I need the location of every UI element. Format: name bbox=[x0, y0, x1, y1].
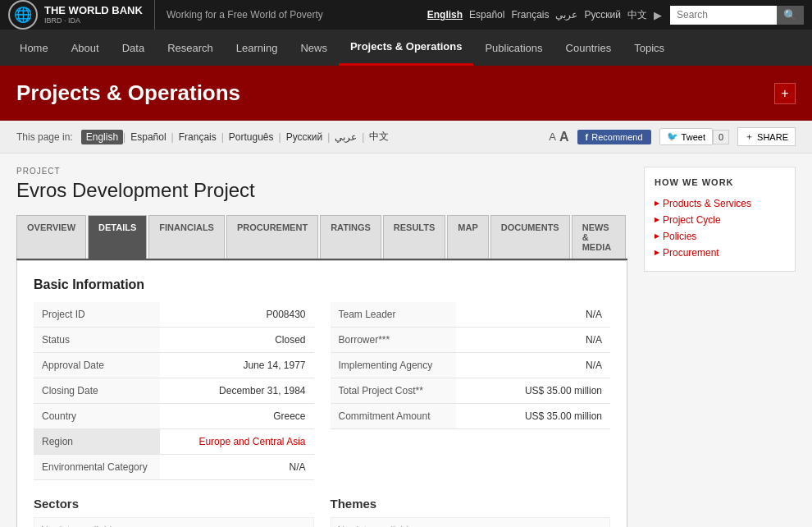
nav-data[interactable]: Data bbox=[111, 30, 156, 66]
tab-procurement[interactable]: PROCUREMENT bbox=[226, 215, 318, 259]
page-lang-english[interactable]: English bbox=[81, 130, 123, 144]
table-row: Commitment Amount US$ 35.00 million bbox=[331, 404, 611, 429]
left-data-table: Project ID P008430 Status Closed Approva… bbox=[34, 302, 314, 480]
sectors-title: Sectors bbox=[34, 497, 314, 511]
value-status: Closed bbox=[160, 328, 314, 353]
label-country: Country bbox=[34, 404, 160, 429]
project-title: Evros Development Project bbox=[16, 179, 627, 202]
tab-details[interactable]: DETAILS bbox=[88, 215, 147, 259]
table-row: Project ID P008430 bbox=[34, 302, 314, 328]
page-lang-portugues[interactable]: Português bbox=[224, 130, 279, 144]
expand-icon[interactable]: + bbox=[774, 83, 796, 104]
facebook-icon: f bbox=[586, 132, 589, 142]
tab-ratings[interactable]: RATINGS bbox=[320, 215, 381, 259]
label-total-cost: Total Project Cost** bbox=[331, 378, 457, 404]
lang-russian[interactable]: Русский bbox=[584, 9, 621, 21]
tweet-button[interactable]: 🐦 Tweet bbox=[659, 128, 713, 145]
recommend-button[interactable]: f Recommend bbox=[577, 130, 651, 144]
font-size-controls: A A bbox=[549, 130, 568, 144]
table-row: Status Closed bbox=[34, 328, 314, 353]
logo-text: THE WORLD BANK IBRD · IDA bbox=[44, 4, 143, 25]
table-row: Country Greece bbox=[34, 404, 314, 429]
basic-info-title: Basic Information bbox=[34, 277, 610, 292]
tab-results[interactable]: RESULTS bbox=[383, 215, 446, 259]
page-lang-francais[interactable]: Français bbox=[174, 130, 221, 144]
recommend-label: Recommend bbox=[591, 132, 642, 142]
page-lang-chinese[interactable]: 中文 bbox=[364, 128, 394, 145]
nav-home[interactable]: Home bbox=[8, 30, 60, 66]
sidebar-link-products[interactable]: Products & Services bbox=[655, 195, 785, 212]
value-project-id: P008430 bbox=[160, 302, 314, 328]
nav-about[interactable]: About bbox=[60, 30, 111, 66]
lang-english[interactable]: English bbox=[427, 9, 463, 21]
font-large-button[interactable]: A bbox=[559, 130, 569, 144]
sidebar-link-procurement[interactable]: Procurement bbox=[655, 245, 785, 261]
nav-publications[interactable]: Publications bbox=[473, 30, 554, 66]
right-data-table: Team Leader N/A Borrower*** N/A Implemen… bbox=[331, 302, 611, 429]
page-lang-espanol[interactable]: Español bbox=[125, 130, 171, 144]
sidebar-link-project-cycle[interactable]: Project Cycle bbox=[655, 212, 785, 228]
table-row: Borrower*** N/A bbox=[331, 328, 611, 353]
value-commitment: US$ 35.00 million bbox=[456, 404, 610, 429]
search-button[interactable]: 🔍 bbox=[777, 6, 804, 25]
page-lang-russian[interactable]: Русский bbox=[281, 130, 328, 144]
bank-name: THE WORLD BANK bbox=[44, 4, 143, 17]
lang-arabic[interactable]: عربي bbox=[555, 9, 577, 21]
label-closing-date: Closing Date bbox=[34, 378, 160, 404]
tab-documents[interactable]: DOCUMENTS bbox=[490, 215, 570, 259]
tab-news-media[interactable]: NEWS & MEDIA bbox=[572, 215, 626, 259]
value-region: Europe and Central Asia bbox=[160, 429, 314, 455]
page-title: Projects & Operations bbox=[16, 80, 240, 106]
sidebar-links: Products & Services Project Cycle Polici… bbox=[655, 195, 785, 261]
nav-news[interactable]: News bbox=[289, 30, 339, 66]
font-small-button[interactable]: A bbox=[549, 131, 556, 143]
value-country: Greece bbox=[160, 404, 314, 429]
nav-countries[interactable]: Countries bbox=[554, 30, 623, 66]
tab-financials[interactable]: FINANCIALS bbox=[148, 215, 225, 259]
more-languages-icon[interactable]: ▶ bbox=[654, 9, 662, 21]
table-row: Implementing Agency N/A bbox=[331, 353, 611, 378]
lang-espanol[interactable]: Español bbox=[469, 9, 504, 21]
tab-map[interactable]: MAP bbox=[447, 215, 488, 259]
value-implementing-agency: N/A bbox=[456, 353, 610, 378]
share-label: SHARE bbox=[757, 132, 788, 142]
search-box: 🔍 bbox=[670, 6, 804, 25]
search-input[interactable] bbox=[670, 6, 777, 24]
themes-no-data: No data available bbox=[331, 517, 611, 527]
label-implementing-agency: Implementing Agency bbox=[331, 353, 457, 378]
tweet-count: 0 bbox=[713, 130, 729, 144]
content-area: PROJECT Evros Development Project OVERVI… bbox=[0, 154, 812, 527]
bank-sub: IBRD · IDA bbox=[44, 16, 143, 25]
sectors-section: Sectors No data available bbox=[34, 497, 314, 527]
themes-title: Themes bbox=[331, 497, 611, 511]
tweet-area: 🐦 Tweet 0 bbox=[659, 128, 729, 145]
lang-francais[interactable]: Français bbox=[511, 9, 549, 21]
label-region: Region bbox=[34, 429, 160, 455]
label-env-category: Environmental Category bbox=[34, 455, 160, 480]
page-lang-arabic[interactable]: عربي bbox=[330, 130, 362, 144]
lang-chinese[interactable]: 中文 bbox=[627, 8, 647, 22]
nav-bar: Home About Data Research Learning News P… bbox=[0, 30, 812, 66]
tagline: Working for a Free World of Poverty bbox=[167, 9, 427, 21]
twitter-icon: 🐦 bbox=[667, 131, 678, 142]
lang-row-label: This page in: bbox=[16, 131, 73, 143]
table-row: Environmental Category N/A bbox=[34, 455, 314, 480]
nav-research[interactable]: Research bbox=[156, 30, 225, 66]
label-approval-date: Approval Date bbox=[34, 353, 160, 378]
label-project-id: Project ID bbox=[34, 302, 160, 328]
tab-overview[interactable]: OVERVIEW bbox=[16, 215, 86, 259]
info-grid: Project ID P008430 Status Closed Approva… bbox=[34, 302, 610, 480]
sidebar-how-we-work-title: HOW WE WORK bbox=[655, 177, 785, 187]
table-row: Total Project Cost** US$ 35.00 million bbox=[331, 378, 611, 404]
nav-topics[interactable]: Topics bbox=[623, 30, 676, 66]
share-button[interactable]: ＋ SHARE bbox=[737, 127, 796, 146]
region-link[interactable]: Europe and Central Asia bbox=[198, 436, 305, 447]
project-label: PROJECT bbox=[16, 167, 627, 176]
table-row: Team Leader N/A bbox=[331, 302, 611, 328]
nav-learning[interactable]: Learning bbox=[225, 30, 290, 66]
value-approval-date: June 14, 1977 bbox=[160, 353, 314, 378]
page-header: Projects & Operations + bbox=[0, 66, 812, 121]
table-row: Closing Date December 31, 1984 bbox=[34, 378, 314, 404]
nav-projects[interactable]: Projects & Operations bbox=[339, 30, 474, 66]
sidebar-link-policies[interactable]: Policies bbox=[655, 228, 785, 245]
